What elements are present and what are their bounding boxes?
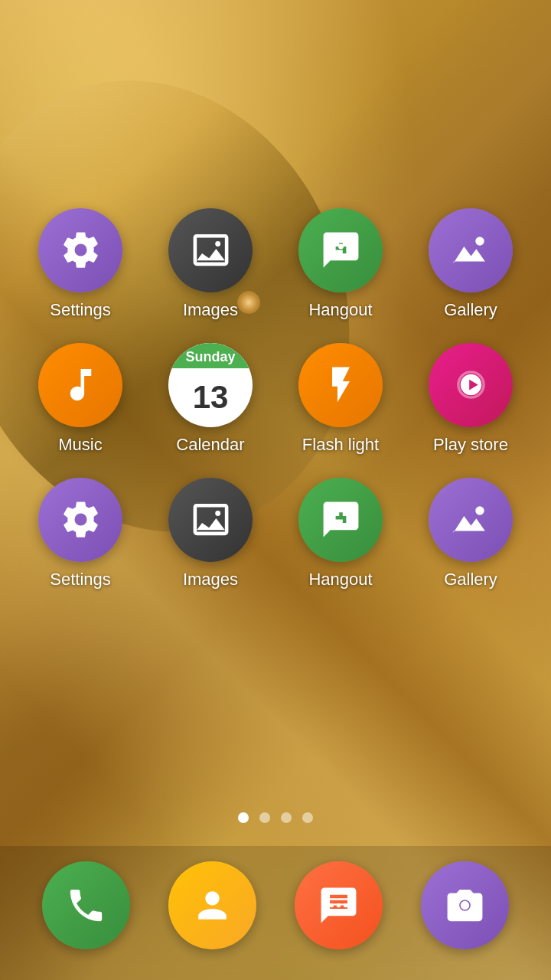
images-label-1: Images — [183, 300, 238, 320]
hangout-label-1: Hangout — [308, 300, 372, 320]
hangout-label-2: Hangout — [308, 570, 372, 590]
gallery-label-2: Gallery — [444, 570, 497, 590]
gallery-icon-1 — [429, 208, 513, 292]
music-icon — [38, 343, 122, 427]
app-images-2[interactable]: Images — [157, 478, 264, 590]
dock-camera-button[interactable] — [421, 861, 509, 949]
app-settings-2[interactable]: Settings — [27, 478, 134, 590]
app-grid: Settings Images — [0, 0, 551, 797]
app-flashlight[interactable]: Flash light — [287, 343, 394, 455]
svg-point-6 — [344, 903, 348, 908]
page-indicators — [0, 797, 551, 846]
app-row-1: Settings Images — [15, 208, 536, 320]
calendar-icon: Sunday 13 — [168, 343, 253, 427]
page-dot-3[interactable] — [281, 812, 292, 823]
svg-point-3 — [475, 506, 484, 514]
hangout-icon-2 — [298, 478, 383, 562]
flashlight-label: Flash light — [302, 435, 379, 455]
gallery-label-1: Gallery — [444, 300, 497, 320]
app-row-2: Music Sunday 13 Calendar — [15, 343, 536, 455]
app-music[interactable]: Music — [27, 343, 134, 455]
music-label: Music — [58, 435, 102, 455]
page-dot-1[interactable] — [238, 812, 249, 823]
app-images-1[interactable]: Images — [157, 208, 264, 320]
app-settings-1[interactable]: Settings — [27, 208, 134, 320]
app-gallery-1[interactable]: Gallery — [417, 208, 524, 320]
calendar-day-name: Sunday — [168, 343, 253, 368]
dock-messages-button[interactable] — [295, 861, 383, 949]
playstore-label: Play store — [433, 435, 508, 455]
settings-label-1: Settings — [50, 300, 111, 320]
home-screen: Settings Images — [0, 0, 551, 980]
images-icon-1 — [168, 208, 253, 292]
app-dock — [0, 846, 551, 980]
settings-icon-1 — [38, 208, 122, 292]
gallery-icon-2 — [429, 478, 513, 562]
app-playstore[interactable]: Play store — [417, 343, 524, 455]
svg-point-4 — [330, 903, 334, 908]
images-icon-2 — [168, 478, 253, 562]
calendar-label: Calendar — [176, 435, 244, 455]
svg-point-1 — [475, 237, 484, 245]
svg-point-5 — [337, 903, 341, 908]
dock-phone-button[interactable] — [42, 861, 130, 949]
svg-point-0 — [338, 243, 344, 249]
page-dot-2[interactable] — [259, 812, 270, 823]
settings-icon-2 — [38, 478, 122, 562]
dock-contacts-button[interactable] — [168, 861, 256, 949]
hangout-icon-1 — [298, 208, 383, 292]
app-gallery-2[interactable]: Gallery — [417, 478, 524, 590]
settings-label-2: Settings — [50, 570, 111, 590]
app-calendar[interactable]: Sunday 13 Calendar — [157, 343, 264, 455]
calendar-day-number: 13 — [193, 379, 229, 416]
app-hangout-1[interactable]: Hangout — [287, 208, 394, 320]
app-row-3: Settings Images Hangout — [15, 478, 536, 590]
images-label-2: Images — [183, 570, 238, 590]
page-dot-4[interactable] — [302, 812, 313, 823]
playstore-icon — [429, 343, 513, 427]
app-hangout-2[interactable]: Hangout — [287, 478, 394, 590]
flashlight-icon — [298, 343, 383, 427]
